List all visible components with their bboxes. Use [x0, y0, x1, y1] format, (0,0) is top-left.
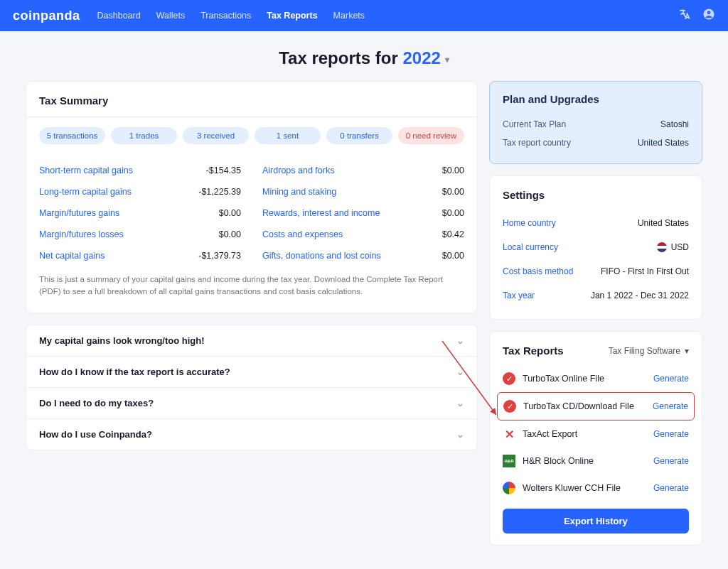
settings-row: Tax yearJan 1 2022 - Dec 31 2022 [503, 283, 689, 308]
settings-value: USD [657, 242, 689, 252]
settings-value: United States [638, 218, 689, 228]
summary-label[interactable]: Airdrops and forks [262, 166, 334, 175]
faq-question: How do I use Coinpanda? [39, 429, 152, 440]
generate-link[interactable]: Generate [653, 456, 689, 466]
nav-wallets[interactable]: Wallets [156, 11, 186, 21]
summary-row: Rewards, interest and income$0.00 [262, 202, 464, 224]
summary-row: Airdrops and forks$0.00 [262, 160, 464, 181]
summary-pill[interactable]: 5 transactions [39, 127, 105, 144]
nav-tax-reports[interactable]: Tax Reports [267, 11, 317, 21]
report-name: TurboTax CD/Download File [523, 401, 634, 411]
summary-value: $0.00 [442, 251, 464, 261]
page-title: Tax reports for 2022▾ [0, 31, 728, 81]
summary-row: Gifts, donations and lost coins$0.00 [262, 245, 464, 266]
check-circle-icon: ✓ [503, 372, 515, 385]
chevron-down-icon: ▾ [685, 346, 689, 356]
settings-key[interactable]: Cost basis method [503, 266, 573, 276]
report-item: ✓TurboTax CD/Download FileGenerate [503, 393, 688, 420]
report-item: ✕TaxAct ExportGenerate [503, 421, 689, 448]
summary-pills: 5 transactions1 trades3 received1 sent0 … [26, 116, 477, 154]
report-item: H&RH&R Block OnlineGenerate [503, 448, 689, 475]
reports-heading: Tax Reports [503, 345, 564, 357]
summary-row: Short-term capital gains-$154.35 [39, 160, 241, 181]
summary-label[interactable]: Costs and expenses [262, 229, 343, 239]
faq-item[interactable]: How do I use Coinpanda?⌄ [26, 418, 477, 450]
summary-row: Margin/futures losses$0.00 [39, 224, 241, 245]
summary-label[interactable]: Net capital gains [39, 251, 105, 261]
report-name: Wolters Kluwer CCH File [523, 483, 621, 493]
faq-question: My capital gains look wrong/too high! [39, 335, 205, 346]
generate-link[interactable]: Generate [653, 429, 689, 439]
generate-link[interactable]: Generate [653, 374, 689, 384]
chevron-down-icon: ⌄ [456, 367, 464, 377]
check-circle-icon: ✓ [503, 400, 516, 413]
summary-pill[interactable]: 0 transfers [326, 127, 392, 144]
faq-question: Do I need to do my taxes? [39, 398, 154, 408]
summary-value: $0.00 [442, 187, 464, 197]
summary-label[interactable]: Margin/futures gains [39, 208, 119, 218]
wolters-kluwer-icon [503, 482, 515, 494]
summary-label[interactable]: Long-term capital gains [39, 187, 132, 197]
summary-label[interactable]: Rewards, interest and income [262, 208, 380, 218]
summary-value: $0.00 [219, 229, 241, 239]
summary-label[interactable]: Mining and staking [262, 187, 336, 197]
summary-label[interactable]: Gifts, donations and lost coins [262, 251, 381, 261]
chevron-down-icon: ⌄ [456, 429, 464, 440]
summary-row: Mining and staking$0.00 [262, 181, 464, 202]
reports-filter[interactable]: Tax Filing Software ▾ [609, 346, 689, 356]
settings-key[interactable]: Tax year [503, 291, 535, 300]
language-icon[interactable] [678, 8, 691, 23]
faq-item[interactable]: How do I know if the tax report is accur… [26, 356, 477, 387]
plan-card: Plan and Upgrades Current Tax PlanSatosh… [489, 81, 702, 164]
summary-label[interactable]: Margin/futures losses [39, 229, 124, 239]
report-name: TaxAct Export [523, 429, 577, 439]
chevron-down-icon: ⌄ [456, 335, 464, 346]
summary-pill[interactable]: 1 sent [255, 127, 321, 144]
export-history-button[interactable]: Export History [503, 509, 689, 533]
nav-dashboard[interactable]: Dashboard [97, 11, 141, 21]
nav-markets[interactable]: Markets [333, 11, 365, 21]
faq-item[interactable]: My capital gains look wrong/too high!⌄ [26, 325, 477, 356]
nav-transactions[interactable]: Transactions [200, 11, 251, 21]
year-selector[interactable]: 2022 [402, 48, 440, 67]
settings-row: Cost basis methodFIFO - First In First O… [503, 259, 689, 283]
summary-value: $0.00 [442, 166, 464, 175]
summary-row: Net capital gains-$1,379.73 [39, 245, 241, 266]
settings-card: Settings Home countryUnited StatesLocal … [489, 175, 702, 320]
taxact-icon: ✕ [505, 428, 514, 441]
summary-label[interactable]: Short-term capital gains [39, 166, 133, 175]
summary-pill[interactable]: 1 trades [111, 127, 177, 144]
summary-value: -$1,379.73 [198, 251, 241, 261]
settings-heading: Settings [490, 176, 702, 211]
plan-heading: Plan and Upgrades [503, 93, 689, 105]
report-item: ✓TurboTax Online FileGenerate [503, 365, 689, 392]
summary-pill[interactable]: 3 received [183, 127, 249, 144]
settings-value: Jan 1 2022 - Dec 31 2022 [591, 291, 689, 300]
generate-link[interactable]: Generate [653, 401, 688, 411]
chevron-down-icon[interactable]: ▾ [445, 55, 449, 65]
flag-icon [657, 242, 667, 252]
settings-key[interactable]: Home country [503, 218, 556, 228]
tax-summary-heading: Tax Summary [26, 82, 477, 116]
settings-row: Home countryUnited States [503, 211, 689, 235]
generate-link[interactable]: Generate [653, 483, 689, 493]
svg-point-1 [707, 11, 711, 14]
report-item: Wolters Kluwer CCH FileGenerate [503, 475, 689, 502]
summary-value: $0.00 [442, 208, 464, 218]
settings-row: Local currencyUSD [503, 235, 689, 259]
summary-pill[interactable]: 0 need review [398, 127, 464, 144]
topbar: coinpanda DashboardWalletsTransactionsTa… [0, 0, 728, 31]
faq-question: How do I know if the tax report is accur… [39, 367, 230, 377]
summary-value: $0.00 [219, 208, 241, 218]
plan-row: Tax report countryUnited States [503, 134, 689, 152]
summary-value: -$154.35 [206, 166, 241, 175]
logo: coinpanda [13, 9, 80, 23]
summary-note: This is just a summary of your capital g… [26, 266, 477, 313]
settings-key[interactable]: Local currency [503, 242, 558, 252]
hrblock-icon: H&R [503, 455, 515, 467]
summary-value: $0.42 [442, 229, 464, 239]
summary-row: Costs and expenses$0.42 [262, 224, 464, 245]
faq-item[interactable]: Do I need to do my taxes?⌄ [26, 387, 477, 418]
account-icon[interactable] [702, 8, 715, 23]
plan-row: Current Tax PlanSatoshi [503, 115, 689, 134]
